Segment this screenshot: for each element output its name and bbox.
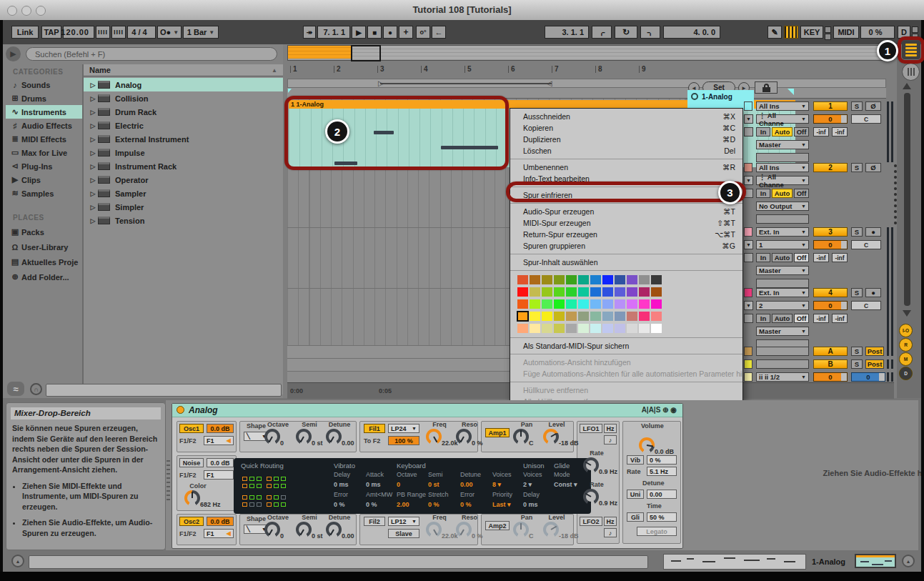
color-swatch[interactable] <box>530 312 540 321</box>
quick-routing-icon[interactable] <box>242 502 247 507</box>
amp1-toggle[interactable]: Amp1 <box>485 428 510 437</box>
list-item-analog[interactable]: ▷Analog <box>84 78 283 91</box>
matrix-value[interactable]: 0 st <box>428 481 439 488</box>
return-a-post-button[interactable]: Post <box>865 347 884 356</box>
lock-envelopes-button[interactable] <box>755 81 778 94</box>
vertical-scrollbar[interactable] <box>904 93 910 306</box>
track-1-monitor-in[interactable]: In <box>756 127 770 136</box>
metronome-a-icon[interactable]: IIII <box>96 26 110 39</box>
quick-routing-icon[interactable] <box>249 484 254 488</box>
track-4-volume[interactable]: 0 <box>813 301 848 310</box>
color-swatch[interactable] <box>639 324 650 333</box>
menu-item-return-spur-erzeugen[interactable]: Return-Spur erzeugen⌥⌘T <box>510 229 742 240</box>
menu-item-kopieren[interactable]: Kopieren⌘C <box>510 122 742 134</box>
quick-routing-icon[interactable] <box>281 502 286 507</box>
color-swatch[interactable] <box>517 312 528 321</box>
track-3-monitor-off[interactable]: Off <box>794 253 809 262</box>
track-4-color-tab[interactable] <box>744 288 752 297</box>
loop-brace-row[interactable]: ▷ ◁ <box>287 79 886 88</box>
track-3-channel-select[interactable]: 1▼ <box>756 240 809 249</box>
mixer-toggle-i-o[interactable]: I-O <box>899 324 913 337</box>
track-2-solo-button[interactable]: S <box>851 163 863 172</box>
menu-item-l-schen[interactable]: LöschenDel <box>510 145 742 157</box>
track-4-channel-select[interactable]: 2▼ <box>756 301 809 310</box>
color-swatch[interactable] <box>566 312 577 321</box>
color-swatch[interactable] <box>578 324 589 333</box>
menu-item-midi-spur-erzeugen[interactable]: MIDI-Spur erzeugen⇧⌘T <box>510 217 742 229</box>
amp1-level-knob[interactable]: Level-18 dB <box>541 421 572 450</box>
track-3-output-select[interactable]: Master▼ <box>756 266 809 275</box>
follow-button[interactable]: ↠ <box>303 26 316 39</box>
color-swatch[interactable] <box>590 299 601 309</box>
osc1-filter-route[interactable]: F1◀ <box>204 436 234 445</box>
track-3-pan[interactable]: C <box>851 240 881 249</box>
sidebar-item-midi-effects[interactable]: ≣MIDI Effects <box>6 132 82 146</box>
global-volume-knob[interactable]: Volume0.0 dB <box>637 429 668 458</box>
fil1-type-select[interactable]: LP24▼ <box>388 424 419 433</box>
key-map-button[interactable]: KEY <box>800 26 823 39</box>
track-1-number[interactable]: 1 <box>813 101 848 111</box>
color-swatch[interactable] <box>530 287 540 297</box>
track-1-monitor-auto[interactable]: Auto <box>772 127 793 136</box>
preview-play-icon[interactable]: ▶ <box>6 46 21 61</box>
show-info-toggle-left[interactable]: ▲ <box>11 555 24 567</box>
osc2-filter-route[interactable]: F1◀ <box>204 529 234 538</box>
track-4-input-select[interactable]: Ext. In▼ <box>756 288 809 297</box>
osc2-toggle[interactable]: Osc2 <box>179 517 204 526</box>
osc2-octave-knob[interactable]: Octave0 <box>262 514 294 542</box>
device-title-bar[interactable]: Analog A|A|S ⊕ ◉ <box>172 404 682 417</box>
osc1-level[interactable]: 0.0 dB <box>207 424 234 433</box>
color-swatch[interactable] <box>517 324 528 333</box>
noise-toggle[interactable]: Noise <box>179 458 204 467</box>
tap-tempo-button[interactable]: TAP <box>41 26 61 39</box>
overdub-button[interactable]: + <box>399 26 413 39</box>
matrix-value[interactable]: Last ▾ <box>492 501 511 508</box>
color-swatch[interactable] <box>542 287 552 297</box>
color-swatch[interactable] <box>651 299 662 309</box>
disclosure-triangle-icon[interactable]: ▷ <box>88 163 98 170</box>
link-button[interactable]: Link <box>11 26 39 39</box>
clip-thumbnail[interactable] <box>855 554 896 568</box>
sidebar-item-sounds[interactable]: ♪Sounds <box>6 78 82 91</box>
noise-filter-route[interactable]: F1 <box>204 470 234 480</box>
amp2-toggle[interactable]: Amp2 <box>485 521 510 530</box>
track-2-output-select[interactable]: No Output▼ <box>756 202 809 211</box>
matrix-value[interactable]: 0 <box>397 481 400 488</box>
track-4-solo-button[interactable]: S <box>851 288 863 297</box>
track-4-arm-button[interactable]: ● <box>865 288 881 297</box>
osc1-toggle[interactable]: Osc1 <box>179 424 204 433</box>
track-4-number[interactable]: 4 <box>813 288 848 297</box>
show-info-toggle-right[interactable]: ▲ <box>902 555 915 567</box>
master-cue-volume[interactable]: 0 <box>851 372 885 382</box>
draw-mode-pencil-icon[interactable]: ✎ <box>767 26 782 39</box>
sidebar-item-drums[interactable]: ⊞Drums <box>6 91 82 105</box>
track-2-monitor-in[interactable]: In <box>756 189 770 198</box>
fil1-tof2-amount[interactable]: 100 % <box>388 436 419 445</box>
list-item-external-instrument[interactable]: ▷External Instrument <box>84 132 283 146</box>
disclosure-triangle-icon[interactable]: ▷ <box>88 177 98 184</box>
punch-out-button[interactable]: ⌍ <box>640 26 660 39</box>
color-swatch[interactable] <box>566 275 577 284</box>
osc1-octave-knob[interactable]: Octave0 <box>262 421 294 450</box>
sidebar-item-clips[interactable]: ▶Clips <box>6 173 82 187</box>
quick-routing-icon[interactable] <box>267 495 272 500</box>
sidebar-item-user-library[interactable]: ΩUser-Library <box>6 240 82 254</box>
track-1-channel-select[interactable]: ⋮ All Channe▼ <box>756 114 809 124</box>
midi-map-button[interactable]: MIDI <box>833 26 859 39</box>
color-swatch[interactable] <box>639 287 650 297</box>
quick-routing-icon[interactable] <box>274 484 279 488</box>
track-1-volume[interactable]: 0 <box>813 114 848 124</box>
fil2-slave-button[interactable]: Slave <box>388 529 419 538</box>
disclosure-triangle-icon[interactable]: ▷ <box>88 81 98 89</box>
quick-routing-icon[interactable] <box>267 484 272 488</box>
color-swatch[interactable] <box>554 275 565 284</box>
color-swatch[interactable] <box>590 287 601 297</box>
track-activator-icon[interactable] <box>691 93 698 100</box>
matrix-value[interactable]: 0 % <box>460 501 472 508</box>
track-2-color-tab[interactable] <box>744 163 752 172</box>
track-4-monitor-off[interactable]: Off <box>794 314 809 323</box>
color-swatch[interactable] <box>627 275 637 284</box>
quick-routing-icon[interactable] <box>281 484 286 488</box>
color-swatch[interactable] <box>578 312 589 321</box>
preview-scrub-bar[interactable] <box>46 384 282 397</box>
